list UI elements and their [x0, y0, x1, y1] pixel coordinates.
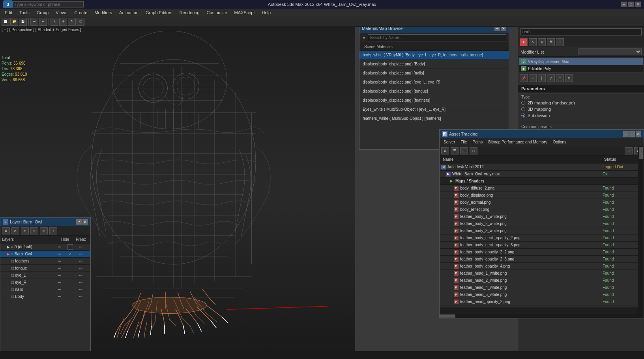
- mod-edge-btn[interactable]: ╱: [547, 74, 555, 82]
- layer-row-barn-owl[interactable]: ▶ ≡ Barn_Owl ▪▪▪ ✓ ▪▪▪: [0, 251, 90, 258]
- radio-dot-2d[interactable]: [521, 101, 525, 105]
- toolbar-scale[interactable]: ⬡: [77, 18, 84, 26]
- menu-graph-editors[interactable]: Graph Editors: [142, 10, 176, 15]
- asset-row-4[interactable]: Pbody_displace.png Found: [440, 192, 644, 199]
- mod-extra-btn[interactable]: ⊞: [565, 74, 573, 82]
- asset-row-18[interactable]: Pfeather_head_5_white.png Found: [440, 291, 644, 298]
- layer-tool-5[interactable]: ↕: [49, 227, 57, 234]
- at-menu-file[interactable]: File: [458, 140, 469, 145]
- toolbar-open[interactable]: 📁: [10, 18, 18, 26]
- menu-animation[interactable]: Animation: [116, 10, 142, 15]
- menu-views[interactable]: Views: [52, 10, 70, 15]
- toolbar-redo[interactable]: ↪: [39, 18, 47, 26]
- layer-panel-help[interactable]: ?: [76, 219, 82, 225]
- at-tool-2[interactable]: ⊞: [460, 147, 468, 154]
- asset-scrollbar-h[interactable]: [440, 314, 638, 318]
- mod-face-btn[interactable]: □: [556, 74, 564, 82]
- radio-dot-3d[interactable]: [521, 107, 525, 111]
- layer-row-body[interactable]: □ Body ▪▪▪ ▪▪▪: [0, 293, 90, 300]
- mod-channel-btn[interactable]: ─: [529, 74, 537, 82]
- asset-row-maps[interactable]: ▶ Maps / Shaders: [440, 178, 644, 185]
- asset-scrollbar-v[interactable]: [638, 146, 644, 318]
- material-item-3[interactable]: displace(body_displace.png) [eye_L, eye_…: [359, 78, 509, 87]
- material-search-input[interactable]: [368, 34, 506, 41]
- asset-tracking-close[interactable]: ✕: [636, 131, 641, 137]
- menu-modifiers[interactable]: Modifiers: [91, 10, 115, 15]
- material-item-5[interactable]: displace(body_displace.png) [feathers]: [359, 96, 509, 105]
- material-item-0[interactable]: body_white ( VRayMtl ) [Body, eye_L, eye…: [359, 51, 509, 60]
- layer-tool-1[interactable]: ✕: [11, 227, 19, 234]
- layer-row-default[interactable]: ▶ ≡ 0 (default) ▪▪▪ ▪▪▪: [0, 244, 90, 251]
- toolbar-select[interactable]: ↖: [51, 18, 58, 26]
- asset-row-16[interactable]: Pfeather_head_2_white.png Found: [440, 277, 644, 284]
- at-tool-0[interactable]: ⚙: [441, 147, 449, 154]
- material-item-7[interactable]: feathers_white ( Multi/Sub-Object ) [fea…: [359, 114, 509, 123]
- rp-icon3[interactable]: ⚙: [538, 38, 546, 46]
- at-menu-server[interactable]: Server: [441, 140, 457, 145]
- menu-help[interactable]: Help: [259, 10, 274, 15]
- at-tool-help[interactable]: ?: [625, 147, 633, 154]
- asset-row-9[interactable]: Pfeather_body_3_white.png Found: [440, 227, 644, 234]
- asset-row-3[interactable]: Pbody_diffuse_2.png Found: [440, 185, 644, 192]
- asset-tracking-min[interactable]: ─: [623, 131, 629, 137]
- asset-row-15[interactable]: Pfeather_head_1_white.png Found: [440, 270, 644, 277]
- menu-edit[interactable]: Edit: [2, 10, 15, 15]
- modifier-dropdown[interactable]: [578, 48, 642, 55]
- asset-row-12[interactable]: Pfeather_body_opacity_2_2.png Found: [440, 249, 644, 256]
- asset-row-8[interactable]: Pfeather_body_2_white.png Found: [440, 220, 644, 227]
- menu-customize[interactable]: Customize: [204, 10, 230, 15]
- toolbar-save[interactable]: 💾: [19, 18, 27, 26]
- layer-row-tongue[interactable]: □ tongue ▪▪▪ ▪▪▪: [0, 265, 90, 272]
- asset-row-17[interactable]: Pfeather_head_4_white.png Found: [440, 284, 644, 291]
- layer-row-eye-r[interactable]: □ eye_R ▪▪▪ ▪▪▪: [0, 279, 90, 286]
- modifier-editable-poly[interactable]: ■ Editable Poly: [519, 65, 643, 72]
- rp-color-btn[interactable]: ■: [520, 38, 528, 46]
- mod-pin-btn[interactable]: 📌: [520, 74, 528, 82]
- at-menu-bitmap[interactable]: Bitmap Performance and Memory: [486, 140, 550, 145]
- asset-row-14[interactable]: Pfeather_body_opacity_4.png Found: [440, 263, 644, 270]
- layer-tool-2[interactable]: +: [21, 227, 29, 234]
- material-item-2[interactable]: displace(body_displace.png) [nails]: [359, 69, 509, 78]
- mod-vertex-btn[interactable]: │: [538, 74, 546, 82]
- toolbar-undo[interactable]: ↩: [30, 18, 38, 26]
- modifier-vray[interactable]: V VRayDisplacementMod: [519, 58, 643, 65]
- maximize-btn[interactable]: □: [628, 2, 634, 7]
- layer-tool-0[interactable]: ≡: [2, 227, 10, 234]
- menu-rendering[interactable]: Rendering: [176, 10, 203, 15]
- menu-tools[interactable]: Tools: [16, 10, 33, 15]
- at-tool-3[interactable]: □: [470, 147, 477, 154]
- layer-check-default[interactable]: [67, 244, 73, 250]
- layer-row-feathers[interactable]: □ feathers ▪▪▪ ▪▪▪: [0, 258, 90, 265]
- toolbar-rotate[interactable]: ↻: [68, 18, 76, 26]
- layer-tool-4[interactable]: ⇐: [40, 227, 48, 234]
- at-tool-1[interactable]: ☰: [451, 147, 459, 154]
- radio-dot-subdivision[interactable]: [521, 113, 525, 117]
- menu-group[interactable]: Group: [34, 10, 52, 15]
- asset-row-19[interactable]: Pfeather_head_opacity_2.png Found: [440, 298, 644, 305]
- asset-row-file[interactable]: ▶ White_Barn_Owl_vray.max Ok: [440, 171, 644, 178]
- toolbar-new[interactable]: 📄: [2, 18, 9, 26]
- asset-row-5[interactable]: Pbody_normal.png Found: [440, 199, 644, 206]
- rp-select-btn[interactable]: ↖: [529, 38, 537, 46]
- layer-row-nails[interactable]: □ nails ▪▪▪ ▪▪▪: [0, 286, 90, 293]
- material-item-4[interactable]: displace(body_displace.png) [tongue]: [359, 87, 509, 96]
- menu-create[interactable]: Create: [71, 10, 90, 15]
- asset-row-7[interactable]: Pfeather_body_1_white.png Found: [440, 213, 644, 220]
- asset-row-10[interactable]: Pfeather_body_neck_opacity_2.png Found: [440, 234, 644, 242]
- asset-row-13[interactable]: Pfeather_body_opacity_2_3.png Found: [440, 256, 644, 263]
- menu-maxscript[interactable]: MAXScript: [231, 10, 258, 15]
- asset-row-6[interactable]: Pbody_reflect.png Found: [440, 206, 644, 213]
- keyword-search-input[interactable]: [13, 1, 84, 7]
- layer-row-eye-l[interactable]: □ eye_L ▪▪▪ ▪▪▪: [0, 272, 90, 279]
- material-item-6[interactable]: Eyes_white ( Multi/Sub-Object ) [eye_L, …: [359, 105, 509, 114]
- toolbar-move[interactable]: ✛: [59, 18, 67, 26]
- asset-row-vault[interactable]: ⊕ Autodesk Vault 2012 Logged Out: [440, 164, 644, 171]
- nails-input[interactable]: [520, 28, 642, 35]
- rp-icon4[interactable]: ☰: [547, 38, 555, 46]
- material-item-1[interactable]: displace(body_displace.png) [Body]: [359, 60, 509, 69]
- minimize-btn[interactable]: ─: [621, 2, 627, 7]
- layer-panel-close[interactable]: ✕: [82, 219, 88, 225]
- asset-tracking-max[interactable]: □: [629, 131, 635, 137]
- at-menu-options[interactable]: Options: [550, 140, 569, 145]
- close-btn[interactable]: ✕: [635, 2, 641, 7]
